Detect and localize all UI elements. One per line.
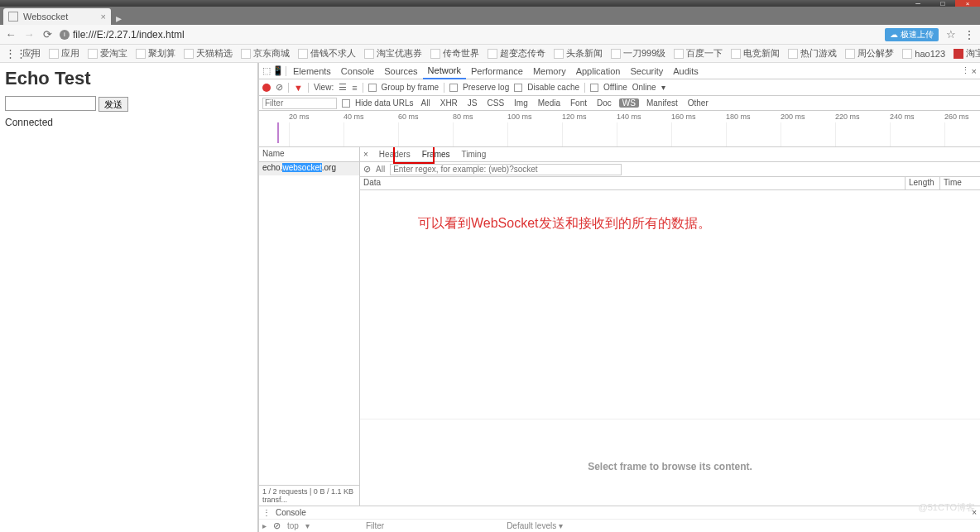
tab-close-icon[interactable]: ×: [101, 12, 106, 22]
console-drawer-header[interactable]: ⋮ Console ×: [259, 506, 980, 519]
bookmark-item[interactable]: 传奇世界: [428, 47, 482, 60]
filter-type-media[interactable]: Media: [536, 98, 563, 108]
bookmark-item[interactable]: 淘宝: [951, 47, 980, 60]
filter-toggle-icon[interactable]: ▼: [294, 83, 303, 93]
bookmark-item[interactable]: 超变态传奇: [485, 47, 548, 60]
new-tab-button[interactable]: ▸: [111, 12, 127, 25]
star-icon[interactable]: ☆: [945, 28, 957, 41]
filter-type-xhr[interactable]: XHR: [438, 98, 460, 108]
frames-all-filter[interactable]: All: [376, 165, 385, 174]
filter-type-ws[interactable]: WS: [619, 98, 639, 108]
filter-type-js[interactable]: JS: [465, 98, 480, 108]
devtools-tab-elements[interactable]: Elements: [288, 63, 336, 79]
menu-icon[interactable]: ⋮: [963, 28, 975, 41]
bookmark-item[interactable]: hao123: [900, 47, 948, 60]
request-row[interactable]: echo.websocket.org: [259, 162, 359, 175]
col-data[interactable]: Data: [360, 177, 906, 189]
console-toolbar: ▸ ⊘ top ▾ Filter Default levels ▾: [259, 519, 980, 532]
offline-checkbox[interactable]: [590, 84, 598, 92]
requests-header[interactable]: Name: [259, 147, 359, 162]
preserve-checkbox[interactable]: [449, 84, 458, 92]
context-select[interactable]: top: [287, 521, 299, 530]
col-length[interactable]: Length: [906, 177, 940, 189]
bookmark-favicon-icon: [298, 49, 308, 59]
bookmark-item[interactable]: 天猫精选: [181, 47, 235, 60]
devtools-tab-network[interactable]: Network: [423, 63, 466, 79]
clear-frames-icon[interactable]: ⊘: [363, 164, 371, 175]
devtools-tab-application[interactable]: Application: [571, 63, 626, 79]
close-button[interactable]: ×: [955, 0, 980, 7]
bookmark-item[interactable]: 应用: [46, 47, 82, 60]
group-checkbox[interactable]: [368, 84, 377, 92]
back-icon[interactable]: ←: [5, 28, 17, 41]
inspect-icon[interactable]: ⬚: [262, 65, 271, 76]
bookmark-favicon-icon: [364, 49, 374, 59]
upload-badge[interactable]: ☁ 极速上传: [885, 28, 939, 41]
filter-type-font[interactable]: Font: [568, 98, 589, 108]
filter-type-other[interactable]: Other: [685, 98, 711, 108]
url-field[interactable]: i file:///E:/2.27.1/index.html: [60, 29, 878, 41]
bookmark-item[interactable]: 百度一下: [671, 47, 725, 60]
bookmark-item[interactable]: 京东商城: [238, 47, 292, 60]
devtools-tab-sources[interactable]: Sources: [379, 63, 422, 79]
bookmark-item[interactable]: 电竞新闻: [728, 47, 782, 60]
bookmark-item[interactable]: 爱淘宝: [85, 47, 130, 60]
hide-dataurls-checkbox[interactable]: [342, 99, 350, 108]
bookmark-favicon-icon: [731, 49, 741, 59]
console-sidebar-icon[interactable]: ▸: [262, 521, 267, 530]
disable-cache-checkbox[interactable]: [514, 84, 522, 92]
record-button[interactable]: [262, 84, 271, 92]
bookmark-item[interactable]: 借钱不求人: [295, 47, 358, 60]
filter-type-all[interactable]: All: [419, 98, 433, 108]
view-small-icon[interactable]: ≡: [352, 83, 357, 93]
devtools-tab-performance[interactable]: Performance: [466, 63, 528, 79]
devtools-menu-icon[interactable]: ⋮: [961, 65, 970, 76]
devtools-tab-memory[interactable]: Memory: [528, 63, 571, 79]
view-large-icon[interactable]: ☰: [339, 82, 347, 93]
tab-timing[interactable]: Timing: [458, 147, 491, 162]
detail-close-icon[interactable]: ×: [363, 150, 368, 159]
filter-type-doc[interactable]: Doc: [594, 98, 614, 108]
devtools-tab-console[interactable]: Console: [336, 63, 379, 79]
throttle-select[interactable]: Online: [632, 83, 656, 92]
bookmark-item[interactable]: 热门游戏: [785, 47, 839, 60]
filter-type-img[interactable]: Img: [512, 98, 531, 108]
bookmark-item[interactable]: 周公解梦: [843, 47, 896, 60]
bookmark-item[interactable]: 一刀999级: [608, 47, 668, 60]
bookmark-favicon-icon: [241, 49, 251, 59]
bookmark-apps[interactable]: 应用: [20, 47, 43, 60]
apps-icon[interactable]: ⋮⋮⋮: [5, 47, 17, 60]
console-filter[interactable]: Filter: [366, 521, 384, 530]
devtools-close-icon[interactable]: ×: [972, 66, 977, 76]
site-info-icon[interactable]: i: [60, 30, 70, 40]
tab-headers[interactable]: Headers: [375, 147, 415, 162]
timeline-tick: 60 ms: [398, 113, 419, 121]
maximize-button[interactable]: □: [930, 0, 955, 7]
tab-frames[interactable]: Frames: [418, 147, 454, 162]
clear-icon[interactable]: ⊘: [276, 82, 283, 93]
message-input[interactable]: [5, 96, 96, 111]
bookmark-item[interactable]: 聚划算: [133, 47, 178, 60]
reload-icon[interactable]: ⟳: [41, 28, 53, 41]
devtools-tab-audits[interactable]: Audits: [668, 63, 704, 79]
send-button[interactable]: 发送: [98, 97, 128, 112]
bookmark-item[interactable]: 淘宝优惠券: [362, 47, 425, 60]
throttle-dropdown-icon[interactable]: ▾: [661, 83, 665, 92]
bookmark-item[interactable]: 头条新闻: [551, 47, 605, 60]
filter-input[interactable]: [262, 98, 337, 109]
device-icon[interactable]: 📱: [272, 65, 284, 76]
network-timeline[interactable]: 20 ms40 ms60 ms80 ms100 ms120 ms140 ms16…: [259, 111, 980, 147]
frames-regex-input[interactable]: [390, 164, 622, 175]
devtools-tab-security[interactable]: Security: [625, 63, 668, 79]
browser-tab[interactable]: Websocket ×: [3, 8, 111, 25]
col-time[interactable]: Time: [940, 177, 980, 189]
page-heading: Echo Test: [5, 68, 252, 89]
minimize-button[interactable]: ─: [906, 0, 930, 7]
timeline-tick: 180 ms: [726, 113, 751, 121]
console-clear-icon[interactable]: ⊘: [273, 520, 281, 531]
filter-type-manifest[interactable]: Manifest: [644, 98, 680, 108]
console-expand-icon[interactable]: ⋮: [262, 508, 271, 517]
forward-icon[interactable]: →: [23, 28, 35, 41]
filter-type-css[interactable]: CSS: [485, 98, 507, 108]
console-levels[interactable]: Default levels ▾: [507, 521, 563, 530]
